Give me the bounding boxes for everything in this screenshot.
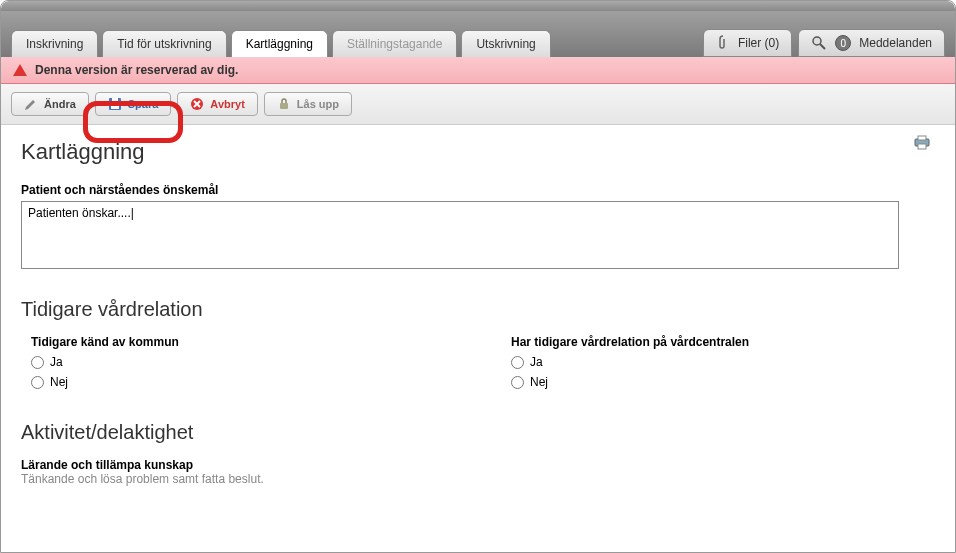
tab-bar: Inskrivning Tid för utskrivning Kartlägg… <box>1 11 955 57</box>
svg-rect-8 <box>918 136 926 140</box>
save-button[interactable]: Spara <box>95 92 172 116</box>
cancel-icon <box>190 97 204 111</box>
wishes-label: Patient och närståendes önskemål <box>21 183 935 197</box>
messages-label: Meddelanden <box>859 36 932 50</box>
section-aktivitet-title: Aktivitet/delaktighet <box>21 421 935 444</box>
toolbar: Ändra Spara Avbryt Lås upp <box>1 84 955 125</box>
aktivitet-sub1: Lärande och tillämpa kunskap <box>21 458 935 472</box>
messages-count-badge: 0 <box>835 35 851 51</box>
save-label: Spara <box>128 98 159 110</box>
tab-kartlaggning[interactable]: Kartläggning <box>231 30 328 57</box>
cancel-button[interactable]: Avbryt <box>177 92 257 116</box>
q1-nej-row: Nej <box>31 375 461 389</box>
svg-rect-6 <box>280 103 288 109</box>
pencil-icon <box>24 97 38 111</box>
titlebar <box>1 1 955 11</box>
q2-ja-radio[interactable] <box>511 356 524 369</box>
svg-rect-3 <box>112 98 118 102</box>
edit-label: Ändra <box>44 98 76 110</box>
q2-nej-row: Nej <box>511 375 941 389</box>
svg-rect-4 <box>111 104 119 109</box>
q1-column: Tidigare känd av kommun Ja Nej <box>21 335 461 395</box>
q1-ja-label: Ja <box>50 355 63 369</box>
q2-nej-radio[interactable] <box>511 376 524 389</box>
app-window: Inskrivning Tid för utskrivning Kartlägg… <box>0 0 956 553</box>
q2-label: Har tidigare vårdrelation på vårdcentral… <box>511 335 941 349</box>
content-area: Kartläggning Patient och närståendes öns… <box>1 125 955 500</box>
q1-ja-row: Ja <box>31 355 461 369</box>
q1-ja-radio[interactable] <box>31 356 44 369</box>
tab-stallningstagande[interactable]: Ställningstagande <box>332 30 457 57</box>
wishes-textarea[interactable] <box>21 201 899 269</box>
print-icon[interactable] <box>913 135 931 151</box>
cancel-label: Avbryt <box>210 98 244 110</box>
alert-message: Denna version är reserverad av dig. <box>35 63 238 77</box>
aktivitet-sub1-desc: Tänkande och lösa problem samt fatta bes… <box>21 472 935 486</box>
lock-icon <box>277 97 291 111</box>
q2-nej-label: Nej <box>530 375 548 389</box>
unlock-button[interactable]: Lås upp <box>264 92 352 116</box>
svg-rect-9 <box>918 144 926 149</box>
q2-column: Har tidigare vårdrelation på vårdcentral… <box>501 335 941 395</box>
save-icon <box>108 97 122 111</box>
paperclip-icon <box>716 35 730 51</box>
q2-ja-row: Ja <box>511 355 941 369</box>
radio-grid: Tidigare känd av kommun Ja Nej Har tidig… <box>21 335 935 395</box>
messages-button[interactable]: 0 Meddelanden <box>798 29 945 57</box>
section-tidigare-title: Tidigare vårdrelation <box>21 298 935 321</box>
magnifier-icon <box>811 35 827 51</box>
tab-tid-utskrivning[interactable]: Tid för utskrivning <box>102 30 226 57</box>
page-title: Kartläggning <box>21 139 935 165</box>
q1-nej-radio[interactable] <box>31 376 44 389</box>
svg-line-1 <box>820 44 825 49</box>
edit-button[interactable]: Ändra <box>11 92 89 116</box>
tab-utskrivning[interactable]: Utskrivning <box>461 30 550 57</box>
unlock-label: Lås upp <box>297 98 339 110</box>
q1-label: Tidigare känd av kommun <box>31 335 461 349</box>
svg-point-0 <box>813 37 821 45</box>
tab-inskrivning[interactable]: Inskrivning <box>11 30 98 57</box>
files-label: Filer (0) <box>738 36 779 50</box>
files-button[interactable]: Filer (0) <box>703 29 792 57</box>
q2-ja-label: Ja <box>530 355 543 369</box>
warning-icon <box>13 64 27 76</box>
alert-bar: Denna version är reserverad av dig. <box>1 57 955 84</box>
q1-nej-label: Nej <box>50 375 68 389</box>
